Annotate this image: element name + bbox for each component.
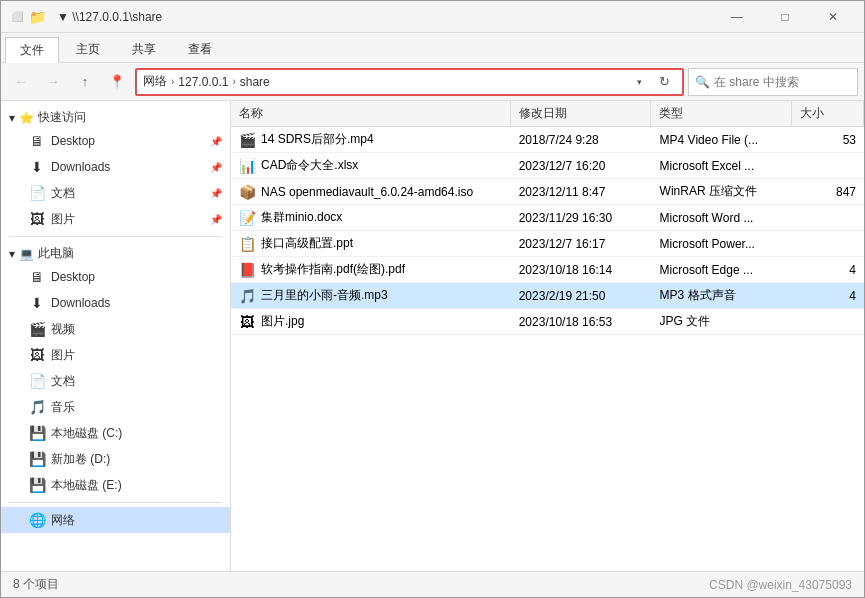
network-icon: 🌐 xyxy=(29,512,45,528)
maximize-button[interactable]: □ xyxy=(762,1,808,33)
file-icon-mp3: 🎵 xyxy=(239,288,255,304)
file-row[interactable]: 📕 软考操作指南.pdf(绘图).pdf 2023/10/18 16:14 Mi… xyxy=(231,257,864,283)
col-header-size[interactable]: 大小 xyxy=(792,101,864,126)
tab-share[interactable]: 共享 xyxy=(117,36,171,62)
this-pc-chevron: ▾ xyxy=(9,247,15,261)
sidebar-item-label: 网络 xyxy=(51,512,75,529)
sidebar-item-documents-quick[interactable]: 📄 文档 📌 xyxy=(1,180,230,206)
sidebar-item-desktop-pc[interactable]: 🖥 Desktop xyxy=(1,264,230,290)
file-name: 14 SDRS后部分.mp4 xyxy=(261,131,374,148)
file-row[interactable]: 📊 CAD命令大全.xlsx 2023/12/7 16:20 Microsoft… xyxy=(231,153,864,179)
file-row-type: Microsoft Excel ... xyxy=(652,159,793,173)
file-name: CAD命令大全.xlsx xyxy=(261,157,358,174)
sidebar-item-label: 本地磁盘 (C:) xyxy=(51,425,122,442)
file-row-type: MP4 Video File (... xyxy=(652,133,793,147)
sidebar-item-downloads-pc[interactable]: ⬇ Downloads xyxy=(1,290,230,316)
network-section: 🌐 网络 xyxy=(1,507,230,533)
quick-access-label: 快速访问 xyxy=(38,109,86,126)
window-icon: ⬜ xyxy=(9,9,25,25)
file-icon-ppt: 📋 xyxy=(239,236,255,252)
forward-button[interactable]: → xyxy=(39,68,67,96)
file-row-type: WinRAR 压缩文件 xyxy=(652,183,793,200)
this-pc-header[interactable]: ▾ 💻 此电脑 xyxy=(1,241,230,264)
quick-access-header[interactable]: ▾ ⭐ 快速访问 xyxy=(1,105,230,128)
file-row-mp3[interactable]: 🎵 三月里的小雨-音频.mp3 2023/2/19 21:50 MP3 格式声音… xyxy=(231,283,864,309)
file-icon-jpg: 🖼 xyxy=(239,314,255,330)
sidebar-item-network[interactable]: 🌐 网络 xyxy=(1,507,230,533)
sidebar-divider2 xyxy=(9,502,222,503)
pin-icon: 📌 xyxy=(210,188,222,199)
file-row-type: Microsoft Edge ... xyxy=(652,263,793,277)
sidebar-item-pictures-quick[interactable]: 🖼 图片 📌 xyxy=(1,206,230,232)
music-icon: 🎵 xyxy=(29,399,45,415)
file-icon-iso: 📦 xyxy=(239,184,255,200)
close-button[interactable]: ✕ xyxy=(810,1,856,33)
sidebar-item-label: 新加卷 (D:) xyxy=(51,451,110,468)
quick-access-chevron: ▾ xyxy=(9,111,15,125)
desktop-pc-icon: 🖥 xyxy=(29,269,45,285)
col-header-name[interactable]: 名称 xyxy=(231,101,511,126)
pin-icon: 📌 xyxy=(210,214,222,225)
disk-c-icon: 💾 xyxy=(29,425,45,441)
sidebar-item-videos[interactable]: 🎬 视频 xyxy=(1,316,230,342)
pictures-icon: 🖼 xyxy=(29,211,45,227)
sidebar-item-music[interactable]: 🎵 音乐 xyxy=(1,394,230,420)
file-icon-mp4: 🎬 xyxy=(239,132,255,148)
sidebar-item-label: Downloads xyxy=(51,296,110,310)
sidebar-item-disk-e[interactable]: 💾 本地磁盘 (E:) xyxy=(1,472,230,498)
pin-icon: 📌 xyxy=(210,136,222,147)
back-button[interactable]: ← xyxy=(7,68,35,96)
address-dropdown-button[interactable]: ▾ xyxy=(630,70,648,94)
file-row-date: 2023/11/29 16:30 xyxy=(511,211,652,225)
sidebar-item-downloads-quick[interactable]: ⬇ Downloads 📌 xyxy=(1,154,230,180)
search-input[interactable] xyxy=(714,75,864,89)
up-button[interactable]: ↑ xyxy=(71,68,99,96)
sidebar-item-disk-c[interactable]: 💾 本地磁盘 (C:) xyxy=(1,420,230,446)
quick-access-icon: ⭐ xyxy=(19,111,34,125)
sidebar-item-label: Downloads xyxy=(51,160,110,174)
pin-icon: 📌 xyxy=(210,162,222,173)
title-bar: ⬜ 📁 ▼ \\127.0.0.1\share — □ ✕ xyxy=(1,1,864,33)
desktop-icon: 🖥 xyxy=(29,133,45,149)
file-row[interactable]: 📝 集群minio.docx 2023/11/29 16:30 Microsof… xyxy=(231,205,864,231)
sidebar-item-label: 文档 xyxy=(51,185,75,202)
sidebar: ▾ ⭐ 快速访问 🖥 Desktop 📌 ⬇ Downloads 📌 📄 文档 xyxy=(1,101,231,571)
sidebar-item-documents-pc[interactable]: 📄 文档 xyxy=(1,368,230,394)
sidebar-item-label: 音乐 xyxy=(51,399,75,416)
tab-file[interactable]: 文件 xyxy=(5,37,59,63)
file-name: NAS openmediavault_6.0.24-amd64.iso xyxy=(261,185,473,199)
col-header-type[interactable]: 类型 xyxy=(651,101,792,126)
tab-view[interactable]: 查看 xyxy=(173,36,227,62)
file-row[interactable]: 🎬 14 SDRS后部分.mp4 2018/7/24 9:28 MP4 Vide… xyxy=(231,127,864,153)
sidebar-item-label: Desktop xyxy=(51,270,95,284)
minimize-button[interactable]: — xyxy=(714,1,760,33)
file-name: 集群minio.docx xyxy=(261,209,342,226)
downloads-pc-icon: ⬇ xyxy=(29,295,45,311)
file-row[interactable]: 📦 NAS openmediavault_6.0.24-amd64.iso 20… xyxy=(231,179,864,205)
sidebar-item-desktop-quick[interactable]: 🖥 Desktop 📌 xyxy=(1,128,230,154)
file-row[interactable]: 📋 接口高级配置.ppt 2023/12/7 16:17 Microsoft P… xyxy=(231,231,864,257)
file-name: 接口高级配置.ppt xyxy=(261,235,353,252)
address-bar[interactable]: 网络 › 127.0.0.1 › share ▾ ↻ xyxy=(135,68,684,96)
pictures-pc-icon: 🖼 xyxy=(29,347,45,363)
sidebar-item-disk-d[interactable]: 💾 新加卷 (D:) xyxy=(1,446,230,472)
videos-icon: 🎬 xyxy=(29,321,45,337)
search-icon: 🔍 xyxy=(695,75,710,89)
file-row-date: 2023/12/7 16:17 xyxy=(511,237,652,251)
address-share: share xyxy=(240,75,270,89)
file-row-name: 🎬 14 SDRS后部分.mp4 xyxy=(231,131,511,148)
sidebar-divider1 xyxy=(9,236,222,237)
title-bar-icons: ⬜ 📁 xyxy=(9,9,45,25)
search-box[interactable]: 🔍 xyxy=(688,68,858,96)
sidebar-item-label: 视频 xyxy=(51,321,75,338)
location-pin-button[interactable]: 📍 xyxy=(103,68,131,96)
col-header-date[interactable]: 修改日期 xyxy=(511,101,652,126)
file-row-name: 🖼 图片.jpg xyxy=(231,313,511,330)
file-row[interactable]: 🖼 图片.jpg 2023/10/18 16:53 JPG 文件 xyxy=(231,309,864,335)
tab-home[interactable]: 主页 xyxy=(61,36,115,62)
watermark: CSDN @weixin_43075093 xyxy=(709,578,852,592)
address-refresh-button[interactable]: ↻ xyxy=(652,70,676,94)
this-pc-section: ▾ 💻 此电脑 🖥 Desktop ⬇ Downloads 🎬 视频 xyxy=(1,241,230,498)
file-row-date: 2023/12/11 8:47 xyxy=(511,185,652,199)
sidebar-item-pictures-pc[interactable]: 🖼 图片 xyxy=(1,342,230,368)
